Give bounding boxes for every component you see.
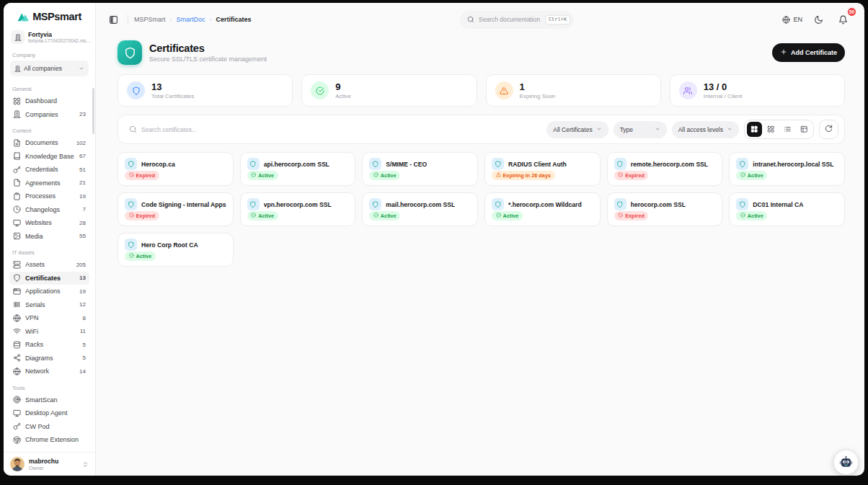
chat-widget-button[interactable] — [833, 450, 859, 475]
certificate-card-hero-corp-root-ca[interactable]: Hero Corp Root CA Active — [118, 233, 234, 267]
check-badge-icon — [129, 253, 134, 259]
sidebar-section-label: Content — [9, 121, 89, 136]
certificate-card-api-herocorp-com-ssl[interactable]: api.herocorp.com SSL Active — [240, 152, 356, 186]
certificate-card-herocop-ca[interactable]: Herocop.ca Expired — [118, 152, 234, 186]
language-button[interactable]: EN — [782, 16, 802, 24]
sidebar-item-chrome-extension[interactable]: Chrome Extension — [9, 433, 89, 447]
sidebar-toggle-button[interactable] — [105, 11, 122, 28]
global-search-input[interactable] — [479, 16, 541, 23]
sidebar-section-label: Tools — [9, 378, 89, 393]
user-role: Owner — [29, 466, 58, 471]
sidebar-item-serials[interactable]: Serials 12 — [9, 298, 89, 312]
sidebar-item-racks[interactable]: Racks 5 — [9, 338, 89, 352]
sidebar-nav: General Dashboard Companies 23 Content D… — [4, 76, 95, 452]
sidebar-section: Content Documents 102 Knowledge Base 67 … — [9, 121, 89, 243]
sidebar-item-media[interactable]: Media 55 — [9, 230, 89, 244]
sidebar-item-processes[interactable]: Processes 19 — [9, 190, 89, 203]
sidebar-item-desktop-agent[interactable]: Desktop Agent — [9, 406, 89, 420]
sidebar-item-cw-pod[interactable]: CW Pod — [9, 420, 89, 434]
sidebar-item-knowledge-base[interactable]: Knowledge Base 67 — [9, 150, 89, 164]
check-badge-icon — [496, 213, 501, 219]
content: Certificates Secure SSL/TLS certificate … — [96, 36, 864, 267]
type-filter-dropdown[interactable]: Type — [614, 121, 667, 138]
certificate-card-code-signing-internal-apps[interactable]: Code Signing - Internal Apps Expired — [118, 192, 234, 226]
sidebar-item-count: 8 — [83, 315, 86, 321]
file-icon — [13, 179, 21, 187]
breadcrumb-root[interactable]: MSPSmart — [134, 16, 166, 23]
certificate-card-intranet-herocorp-local-ssl[interactable]: intranet.herocorp.local SSL Active — [729, 152, 845, 186]
certificate-card-dc01-internal-ca[interactable]: DC01 Internal CA Active — [729, 192, 845, 226]
sidebar-scrollbar[interactable] — [92, 88, 94, 134]
view-cards-button[interactable] — [763, 122, 779, 137]
search-shortcut: Ctrl+K — [545, 15, 570, 25]
sidebar-item-credentials[interactable]: Credentials 51 — [9, 163, 89, 177]
workspace-switcher[interactable]: Fortyvia fortyvia-1770420270042.mspsm... — [4, 28, 95, 45]
user-name: mabrochu — [29, 458, 58, 466]
sidebar-item-smartscan[interactable]: SmartScan — [9, 393, 89, 407]
shield-icon — [492, 158, 504, 170]
sidebar-item-changelogs[interactable]: Changelogs 7 — [9, 203, 89, 217]
chrome-icon — [13, 436, 21, 444]
sidebar-item-assets[interactable]: Assets 205 — [9, 258, 89, 272]
certificate-name: S/MIME - CEO — [386, 161, 427, 168]
status-label: Active — [381, 213, 397, 219]
view-grid-button[interactable] — [747, 122, 762, 137]
sidebar-item-documents[interactable]: Documents 102 — [9, 136, 89, 150]
brand-name: MSPsmart — [32, 11, 81, 22]
certificate-search-input[interactable] — [141, 126, 541, 133]
status-filter-dropdown[interactable]: All Certificates — [546, 121, 608, 138]
status-badge: Expired — [614, 211, 649, 221]
circle-slash-icon — [618, 172, 623, 179]
view-table-button[interactable] — [797, 122, 812, 137]
sidebar-item-diagrams[interactable]: Diagrams 5 — [9, 352, 89, 365]
sidebar-item-agreements[interactable]: Agreements 21 — [9, 177, 89, 190]
certificate-card-mail-herocorp-com-ssl[interactable]: mail.herocorp.com SSL Active — [362, 192, 478, 226]
add-certificate-button[interactable]: Add Certificate — [772, 43, 845, 62]
certificate-card-remote-herocorp-com-ssl[interactable]: remote.herocorp.com SSL Expired — [607, 152, 723, 186]
sidebar-section-label: General — [9, 79, 89, 94]
theme-toggle-button[interactable] — [810, 11, 827, 28]
certificate-card-s-mime-ceo[interactable]: S/MIME - CEO Active — [362, 152, 478, 186]
sidebar-item-vpn[interactable]: VPN 8 — [9, 311, 89, 325]
notifications-button[interactable]: 50 — [834, 11, 851, 28]
sidebar-item-dashboard[interactable]: Dashboard — [9, 94, 89, 108]
sidebar-section: Tools SmartScan Desktop Agent CW Pod Chr… — [9, 378, 89, 447]
certificate-card-radius-client-auth[interactable]: RADIUS Client Auth Expiring in 26 days — [484, 152, 601, 186]
user-menu[interactable]: mabrochu Owner — [4, 452, 95, 476]
sidebar-item-wifi[interactable]: WiFi 11 — [9, 325, 89, 339]
access-filter-dropdown[interactable]: All access levels — [672, 121, 739, 138]
users-icon — [679, 81, 697, 99]
sidebar-item-count: 23 — [79, 111, 86, 117]
shield-icon — [369, 198, 381, 210]
stat-value: 13 — [151, 81, 194, 93]
sidebar-section: IT Assets Assets 205 Certificates 13 App… — [9, 243, 89, 378]
app-window-icon — [13, 288, 21, 295]
status-badge: Active — [369, 171, 400, 180]
breadcrumb-smartdoc[interactable]: SmartDoc — [177, 16, 205, 23]
certificate-search[interactable] — [123, 125, 541, 133]
type-filter-label: Type — [620, 126, 633, 133]
main-area: MSPSmart › SmartDoc › Certificates Ctrl+… — [96, 3, 864, 476]
certificate-name: Code Signing - Internal Apps — [141, 201, 226, 208]
certificate-card-herocorp-com-ssl[interactable]: herocorp.com SSL Expired — [607, 192, 723, 226]
sidebar-item-network[interactable]: Network 14 — [9, 365, 89, 378]
sidebar-item-websites[interactable]: Websites 28 — [9, 216, 89, 230]
company-select[interactable]: All companies — [10, 61, 89, 76]
radar-icon — [13, 396, 21, 404]
brand-logo[interactable]: MSPsmart — [4, 3, 95, 28]
status-badge: Expired — [125, 211, 159, 221]
stat-value: 9 — [335, 81, 351, 93]
certificate-name: mail.herocorp.com SSL — [386, 201, 455, 208]
status-badge: Active — [247, 171, 278, 180]
certificate-card-vpn-herocorp-com-ssl[interactable]: vpn.herocorp.com SSL Active — [240, 192, 356, 226]
sidebar-item-applications[interactable]: Applications 19 — [9, 285, 89, 298]
sidebar-item-companies[interactable]: Companies 23 — [9, 108, 89, 122]
view-list-button[interactable] — [780, 122, 795, 137]
globe-icon — [13, 314, 21, 322]
sidebar-section: General Dashboard Companies 23 — [9, 79, 89, 121]
check-badge-icon — [251, 172, 256, 179]
sidebar-item-certificates[interactable]: Certificates 13 — [9, 272, 89, 285]
refresh-button[interactable] — [819, 120, 838, 139]
global-search[interactable]: Ctrl+K — [460, 11, 574, 29]
certificate-card-herocorp-com-wildcard[interactable]: *.herocorp.com Wildcard Active — [484, 192, 601, 226]
